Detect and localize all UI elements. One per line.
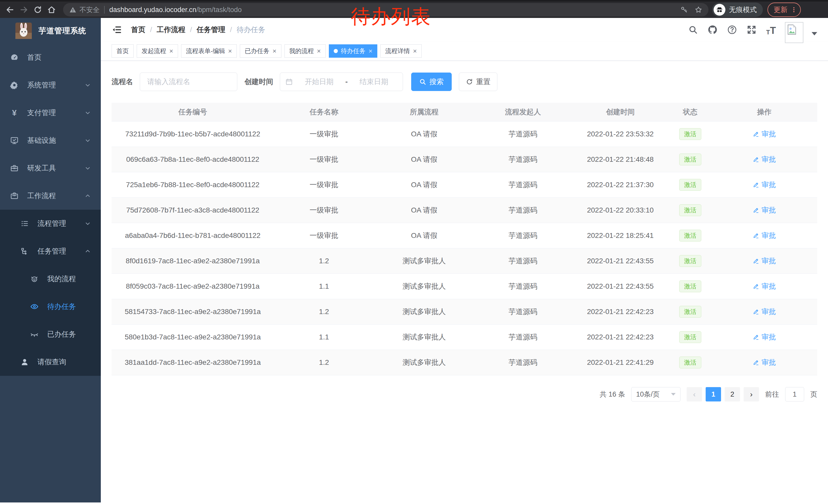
status-badge: 激活: [679, 357, 701, 368]
sidebar-item-done-tasks[interactable]: 已办任务: [0, 320, 101, 348]
sidebar-item-label: 已办任务: [47, 329, 76, 339]
approve-link[interactable]: 审批: [753, 332, 776, 342]
reload-icon: [33, 5, 42, 14]
font-size-button[interactable]: [765, 24, 777, 35]
page-button-2[interactable]: 2: [724, 387, 740, 402]
sidebar-item-label: 流程管理: [37, 219, 66, 228]
sidebar-item-system[interactable]: 系统管理: [0, 71, 101, 99]
start-date-placeholder: 开始日期: [295, 77, 343, 87]
sidebar-item-my-process[interactable]: 我的流程: [0, 265, 101, 293]
tab-done-tasks[interactable]: 已办任务: [240, 44, 281, 58]
reset-button[interactable]: 重置: [459, 73, 497, 91]
breadcrumb-separator: /: [230, 26, 232, 34]
eye-closed-icon: [30, 330, 39, 339]
breadcrumb-home[interactable]: 首页: [131, 25, 146, 35]
search-button[interactable]: 搜索: [411, 73, 452, 91]
tab-my-process[interactable]: 我的流程: [285, 44, 326, 58]
initiator-cell: 芋道源码: [474, 332, 572, 342]
todo-task-table: 任务编号 任务名称 所属流程 流程发起人 创建时间 状态 操作 73211d9d…: [112, 103, 817, 375]
create-time-label: 创建时间: [244, 77, 273, 87]
refresh-icon: [466, 78, 473, 85]
tab-todo-tasks[interactable]: 待办任务: [329, 44, 377, 58]
browser-back-button[interactable]: [4, 4, 16, 16]
created-cell: 2022-01-21 22:43:55: [572, 282, 669, 290]
status-badge: 激活: [679, 179, 701, 191]
sidebar-fold-button[interactable]: [112, 25, 122, 35]
close-tab-icon[interactable]: [228, 48, 232, 54]
tab-process-detail[interactable]: 流程详情: [380, 44, 422, 58]
breadcrumb-workflow[interactable]: 工作流程: [157, 25, 185, 35]
browser-reload-button[interactable]: [32, 4, 44, 16]
status-badge: 激活: [679, 331, 701, 343]
page-size-select[interactable]: 10条/页: [631, 387, 680, 402]
avatar-dropdown-caret[interactable]: [812, 32, 817, 35]
github-link[interactable]: [707, 24, 718, 35]
url-host: dashboard.yudao.iocoder.cn: [109, 6, 196, 13]
close-tab-icon[interactable]: [273, 48, 276, 54]
tab-start-process[interactable]: 发起流程: [137, 44, 178, 58]
approve-link[interactable]: 审批: [753, 180, 776, 190]
bookmark-star-icon[interactable]: [695, 6, 702, 13]
password-key-icon[interactable]: [680, 6, 688, 13]
page-button-1[interactable]: 1: [706, 387, 721, 402]
status-badge: 激活: [679, 153, 701, 165]
approve-link[interactable]: 审批: [753, 129, 776, 139]
approve-link[interactable]: 审批: [753, 256, 776, 266]
pagination: 共 16 条 10条/页 ‹ 1 2 › 前往 页: [112, 387, 817, 412]
sidebar-item-home[interactable]: 首页: [0, 44, 101, 71]
initiator-cell: 芋道源码: [474, 358, 572, 367]
approve-link[interactable]: 审批: [753, 154, 776, 164]
status-badge: 激活: [679, 306, 701, 318]
approve-link[interactable]: 审批: [753, 205, 776, 215]
close-tab-icon[interactable]: [317, 48, 321, 54]
initiator-cell: 芋道源码: [474, 256, 572, 266]
sidebar-item-leave-query[interactable]: 请假查询: [0, 348, 101, 376]
task-name-cell: 一级审批: [274, 231, 374, 240]
main-area: 首页 / 工作流程 / 任务管理 / 待办任务: [101, 18, 828, 502]
avatar[interactable]: [785, 22, 803, 43]
tab-home[interactable]: 首页: [112, 44, 134, 58]
sidebar-item-workflow[interactable]: 工作流程: [0, 182, 101, 210]
fullscreen-button[interactable]: [746, 24, 757, 35]
sidebar-item-payment[interactable]: 支付管理: [0, 99, 101, 127]
process-name-input[interactable]: [140, 73, 237, 91]
approve-link[interactable]: 审批: [753, 231, 776, 240]
approve-link[interactable]: 审批: [753, 358, 776, 367]
edit-pencil-icon: [753, 232, 759, 239]
next-page-button[interactable]: ›: [744, 387, 759, 402]
approve-link[interactable]: 审批: [753, 307, 776, 317]
sidebar-item-process-management[interactable]: 流程管理: [0, 210, 101, 237]
kebab-menu-icon[interactable]: [791, 6, 797, 13]
close-tab-icon[interactable]: [369, 48, 372, 54]
header-search-button[interactable]: [688, 24, 699, 35]
close-tab-icon[interactable]: [169, 48, 173, 54]
sidebar-item-todo-tasks[interactable]: 待办任务: [0, 293, 101, 320]
goto-page-input[interactable]: [785, 387, 804, 402]
browser-home-button[interactable]: [46, 4, 57, 16]
sidebar-item-task-management[interactable]: 任务管理: [0, 237, 101, 265]
created-cell: 2022-01-21 22:43:55: [572, 257, 669, 265]
initiator-cell: 芋道源码: [474, 154, 572, 164]
breadcrumb-task-management[interactable]: 任务管理: [197, 25, 225, 35]
edit-pencil-icon: [753, 131, 759, 137]
created-cell: 2022-01-22 18:25:41: [572, 231, 669, 240]
browser-update-menu[interactable]: 更新: [768, 3, 801, 17]
sidebar-item-dev-tools[interactable]: 研发工具: [0, 154, 101, 182]
help-button[interactable]: [727, 24, 738, 35]
yen-icon: [10, 108, 19, 118]
prev-page-button[interactable]: ‹: [687, 387, 702, 402]
date-range-picker[interactable]: 开始日期 - 结束日期: [280, 73, 403, 91]
search-icon: [688, 25, 698, 35]
status-badge: 激活: [679, 230, 701, 241]
initiator-cell: 芋道源码: [474, 281, 572, 291]
sidebar-item-infrastructure[interactable]: 基础设施: [0, 127, 101, 154]
approve-link[interactable]: 审批: [753, 281, 776, 291]
table-row: 8f059c03-7ac8-11ec-a9e2-a2380e71991a 1.1…: [112, 274, 817, 299]
browser-forward-button[interactable]: [18, 4, 30, 16]
filter-form: 流程名 创建时间 开始日期 - 结束日期 搜索 重置: [112, 73, 817, 91]
close-tab-icon[interactable]: [413, 48, 417, 54]
sidebar-item-label: 任务管理: [37, 246, 66, 256]
app-logo-row[interactable]: 芋道管理系统: [0, 18, 101, 44]
table-row: 725a1eb6-7b88-11ec-8ef0-acde48001122 一级审…: [112, 172, 817, 198]
tab-process-form-edit[interactable]: 流程表单-编辑: [181, 44, 237, 58]
